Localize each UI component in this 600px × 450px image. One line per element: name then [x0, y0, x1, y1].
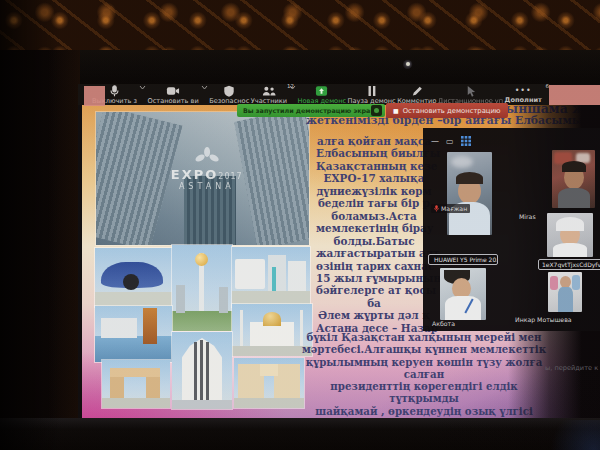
screen-glare [84, 86, 105, 106]
new-share-button[interactable]: Новая демонс [298, 85, 347, 105]
minimize-panel-icon[interactable]: — [431, 137, 439, 146]
share-screen-icon [315, 85, 328, 97]
slide-text-line: Әлем жұрты дәл қ [316, 309, 432, 321]
hinge-reflection [540, 420, 600, 450]
slide-text-line: дүниежүзілік көрм [316, 185, 432, 197]
hint-text: ы, перейдите к [545, 364, 598, 372]
zoom-toolbar: Выключить з Остановить ви Безопаснос 12 … [78, 84, 550, 105]
slide-text-line: бәйгелерге ат қосы [316, 284, 432, 296]
slide-text-line: өзінің тарих сахнас [316, 260, 432, 272]
video-tile-girl[interactable] [547, 213, 593, 257]
more-button[interactable]: 6 ••• Дополнит [505, 85, 542, 104]
slide-text-line: 15 жыл ғұмырының [316, 272, 432, 284]
muted-mic-icon [434, 205, 439, 212]
expo-title: EXPO [171, 167, 218, 182]
webcam-light [406, 62, 410, 66]
screen-glare [549, 85, 600, 105]
collage-photo-stepped-tower [172, 332, 232, 409]
participants-button[interactable]: 12 Участники [251, 85, 287, 105]
video-tile-magzhan[interactable] [447, 152, 492, 235]
collage-photo-arch-building [102, 360, 170, 408]
chevron-up-icon[interactable] [201, 85, 208, 90]
slide-text-line: EXPO-17 халықа [316, 172, 432, 184]
participant-name-label: Инкар Мотышева [515, 316, 572, 323]
expo-building-left [96, 112, 183, 245]
collage-photo-baiterek-tower [172, 245, 232, 331]
pencil-icon [411, 85, 423, 97]
expo-flower-icon [194, 147, 220, 167]
slide-text-line: боламыз.Аста [316, 210, 432, 222]
collage-photo-kazmunaygas [234, 358, 304, 408]
shield-icon [223, 85, 235, 97]
stop-video-button[interactable]: Остановить ви [147, 85, 198, 105]
laptop-top-bezel [0, 50, 600, 84]
slide-text-line: Елбасының биылғы [316, 147, 432, 159]
annotate-button[interactable]: Комментир [397, 85, 436, 105]
more-icon: ••• [515, 85, 532, 96]
pause-icon [367, 85, 377, 97]
participant-name-label[interactable]: 1eX7qvtTjxsCdDyfvq.d... [538, 259, 600, 270]
gallery-view-icon[interactable] [461, 136, 471, 146]
security-button[interactable]: Безопаснос [209, 85, 249, 105]
expo-year: 2017 [218, 172, 242, 181]
slide-text-line: Қазақстанның кезе [316, 160, 432, 172]
share-visibility-icon[interactable] [371, 105, 382, 116]
room-shadow-left [0, 50, 80, 418]
expo-logo: EXPO2017 ASTANA [171, 147, 243, 191]
pause-share-button[interactable]: Пауза демонс [348, 85, 396, 105]
stop-video-label: Остановить ви [147, 97, 198, 105]
slide-text-line: ба [316, 297, 432, 309]
stop-icon: ■ [393, 107, 399, 114]
video-tile-inkar[interactable] [548, 272, 582, 312]
slide-upper-paragraph: алға қойған мақса Елбасының биылғы Қазақ… [316, 135, 432, 334]
participants-icon [262, 85, 276, 97]
collage-photo-riverfront [95, 306, 172, 362]
collage-photo-sphere-building [95, 248, 172, 307]
video-tile-huawei[interactable]: HUAWEI Y5 Prime 20... [428, 254, 498, 265]
remote-control-icon [465, 85, 476, 97]
participant-name-label: Акбота [432, 320, 455, 327]
stop-share-button[interactable]: ■ Остановить демонстрацию [386, 103, 508, 118]
expo-city: ASTANA [171, 182, 243, 191]
participants-count-badge: 12 [287, 83, 294, 89]
stop-share-label: Остановить демонстрацию [403, 107, 501, 115]
microphone-icon [108, 85, 121, 97]
collage-photo-white-buildings [232, 247, 310, 307]
screen-share-banner: Вы запустили демонстрацию экрана [237, 104, 385, 117]
camera-icon [166, 85, 180, 97]
expo-building-right [234, 112, 309, 245]
slide-text-line: мемлекетінің бірау [316, 222, 432, 234]
participant-name-label: Miras [519, 213, 536, 220]
wallpaper-background [0, 0, 600, 50]
expo-astana-photo: EXPO2017 ASTANA [96, 112, 309, 245]
remote-control-button[interactable]: Дистанционное уп [438, 85, 503, 105]
slide-text-line: беделін тағы бір р [316, 197, 432, 209]
chevron-up-icon[interactable] [139, 85, 146, 90]
more-label: Дополнит [505, 96, 542, 104]
participant-name-label: Мағжан [431, 204, 470, 213]
slide-text-line: алға қойған мақса [316, 135, 432, 147]
participants-video-panel: — ▭ Мағжан Miras HUAWEI Y5 Prime 20... 1… [423, 128, 600, 331]
laptop-bottom-bezel [0, 418, 600, 450]
window-view-icon[interactable]: ▭ [446, 137, 454, 146]
slide-text-line: болды.Батыс [316, 235, 432, 247]
screen-share-banner-text: Вы запустили демонстрацию экрана [243, 107, 379, 115]
video-tile-miras[interactable] [552, 150, 595, 208]
video-tile-akbota[interactable] [440, 268, 486, 320]
slide-text-line: жалғастыратын алт [316, 247, 432, 259]
